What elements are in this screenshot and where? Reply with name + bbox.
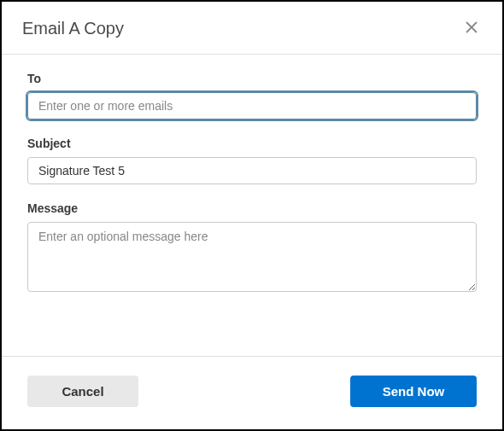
close-icon — [465, 20, 478, 37]
message-field-group: Message — [27, 201, 477, 295]
send-now-button[interactable]: Send Now — [350, 376, 477, 407]
subject-field-group: Subject — [27, 137, 477, 184]
close-button[interactable] — [461, 17, 482, 40]
subject-input[interactable] — [27, 157, 477, 184]
message-textarea[interactable] — [27, 222, 477, 292]
cancel-button[interactable]: Cancel — [27, 376, 138, 407]
message-label: Message — [27, 201, 477, 215]
dialog-body: To Subject Message — [2, 55, 502, 356]
to-input[interactable] — [27, 92, 477, 119]
email-copy-dialog: Email A Copy To Subject Message Cancel S… — [2, 2, 502, 429]
to-field-group: To — [27, 72, 477, 119]
dialog-title: Email A Copy — [22, 19, 124, 38]
subject-label: Subject — [27, 137, 477, 150]
dialog-header: Email A Copy — [2, 2, 502, 55]
dialog-footer: Cancel Send Now — [2, 356, 502, 429]
to-label: To — [27, 72, 477, 85]
